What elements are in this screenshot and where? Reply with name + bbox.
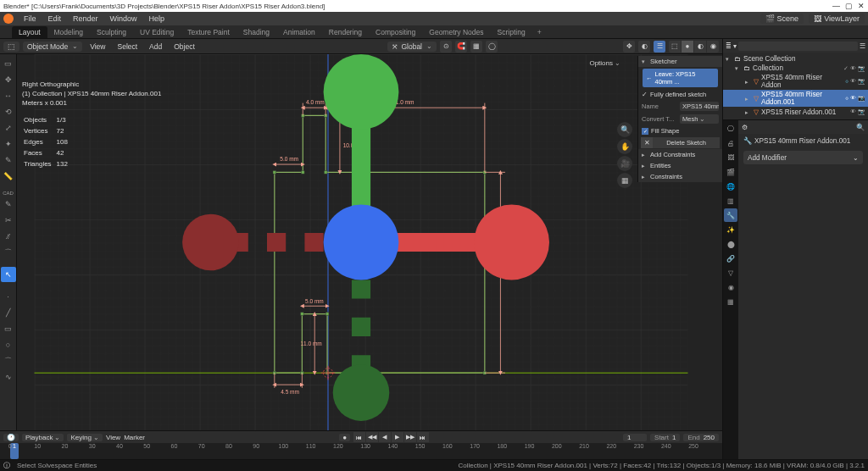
window-close-button[interactable]: ✕ bbox=[858, 2, 865, 10]
outliner-item[interactable]: ▽ XPS15 40mm Riser Addon ⟐👁📷 bbox=[723, 73, 868, 90]
prop-tab-constraints[interactable]: 🔗 bbox=[724, 252, 737, 265]
prop-tab-data[interactable]: ▽ bbox=[724, 266, 737, 280]
timeline-menu-marker[interactable]: Marker bbox=[124, 434, 145, 441]
prop-tab-texture[interactable]: ▦ bbox=[724, 295, 737, 308]
perspective-toggle[interactable]: ▦ bbox=[617, 173, 632, 188]
hold-icon[interactable]: ⟐ bbox=[845, 78, 849, 85]
current-frame-input[interactable]: 1 bbox=[623, 434, 647, 441]
properties-editor-selector[interactable]: ⚙ bbox=[742, 123, 748, 131]
pan-button[interactable]: ✋ bbox=[617, 139, 632, 154]
zoom-button[interactable]: 🔍 bbox=[617, 122, 632, 137]
render-toggle-icon[interactable]: 📷 bbox=[858, 78, 865, 85]
menu-help[interactable]: Help bbox=[144, 14, 170, 24]
prop-tab-modifiers[interactable]: 🔧 bbox=[724, 208, 737, 222]
snap-target[interactable]: ▦ bbox=[470, 41, 482, 53]
prop-tab-output[interactable]: 🖨 bbox=[724, 136, 737, 150]
workspace-tab-texture-paint[interactable]: Texture Paint bbox=[181, 26, 236, 38]
workspace-tab-sculpting[interactable]: Sculpting bbox=[90, 26, 133, 38]
editor-type-selector[interactable]: ⬚ bbox=[3, 42, 19, 52]
prop-tab-render[interactable]: 🖵 bbox=[724, 122, 737, 136]
shading-solid[interactable]: ● bbox=[682, 41, 693, 53]
outliner-scene-collection[interactable]: 🗀 Scene Collection bbox=[723, 54, 868, 64]
menu-window[interactable]: Window bbox=[105, 14, 142, 24]
timeline-menu-keying[interactable]: Keying bbox=[67, 434, 102, 441]
npanel-category[interactable]: Sketcher bbox=[650, 58, 677, 65]
transport-next-key[interactable]: ▶▶ bbox=[404, 432, 416, 442]
prop-tab-physics[interactable]: ⬤ bbox=[724, 237, 737, 251]
hide-viewport-icon[interactable]: 👁 bbox=[850, 78, 856, 85]
menu-file[interactable]: File bbox=[19, 14, 42, 24]
hide-viewport-icon[interactable]: 👁 bbox=[850, 108, 856, 115]
prop-tab-scene[interactable]: 🎬 bbox=[724, 165, 737, 179]
timeline-menu-playback[interactable]: Playback bbox=[22, 434, 64, 441]
shading-material[interactable]: ◐ bbox=[694, 41, 706, 53]
shading-rendered[interactable]: ◉ bbox=[707, 41, 719, 53]
gizmo-toggle[interactable]: ✥ bbox=[623, 41, 635, 53]
menu-render[interactable]: Render bbox=[68, 14, 103, 24]
workspace-tab-scripting[interactable]: Scripting bbox=[491, 26, 532, 38]
section-constraints[interactable]: Constraints bbox=[638, 171, 722, 182]
hide-viewport-icon[interactable]: 👁 bbox=[850, 95, 856, 102]
timeline-menu-view[interactable]: View bbox=[106, 434, 120, 441]
outliner-search-input[interactable] bbox=[738, 42, 858, 51]
prop-tab-object[interactable]: ▥ bbox=[724, 194, 737, 208]
camera-view-button[interactable]: 🎥 bbox=[617, 156, 632, 171]
delete-sketch-button[interactable]: Delete Sketch bbox=[653, 137, 720, 148]
snap-toggle[interactable]: 🧲 bbox=[455, 41, 467, 53]
add-modifier-button[interactable]: Add Modifier ⌄ bbox=[743, 151, 863, 164]
xray-toggle[interactable]: ☰ bbox=[654, 41, 665, 53]
transport-prev-key[interactable]: ◀◀ bbox=[366, 432, 378, 442]
restrict-select-icon[interactable]: ✓ bbox=[843, 65, 849, 72]
menu-edit[interactable]: Edit bbox=[43, 14, 67, 24]
autokey-toggle[interactable]: ● bbox=[339, 434, 350, 441]
outliner-filter-button[interactable]: ☰ bbox=[860, 42, 865, 50]
hide-viewport-icon[interactable]: 👁 bbox=[850, 65, 856, 72]
render-toggle-icon[interactable]: 📷 bbox=[858, 65, 865, 72]
viewport-menu-select[interactable]: Select bbox=[113, 42, 142, 52]
scene-selector[interactable]: 🎬 Scene bbox=[760, 14, 804, 24]
convert-type-select[interactable]: Mesh bbox=[680, 114, 719, 124]
transport-jump-end[interactable]: ⏭ bbox=[417, 432, 429, 442]
workspace-tab-geometry-nodes[interactable]: Geometry Nodes bbox=[422, 26, 490, 38]
timeline-ruler[interactable]: 1 01020304050607080901001101201301401501… bbox=[0, 443, 722, 459]
leave-sketch-button[interactable]: ← Leave: XPS15 40mm ... bbox=[643, 69, 718, 87]
render-toggle-icon[interactable]: 📷 bbox=[858, 108, 865, 115]
section-entities[interactable]: Entities bbox=[638, 160, 722, 171]
outliner-item[interactable]: ▽ XPS15 Riser Addon.001 👁📷 bbox=[723, 107, 868, 117]
prop-tab-material[interactable]: ◉ bbox=[724, 280, 737, 294]
end-frame-input[interactable]: End250 bbox=[683, 434, 719, 441]
workspace-tab-modeling[interactable]: Modeling bbox=[47, 26, 91, 38]
overlay-toggle[interactable]: ◐ bbox=[638, 41, 650, 53]
viewport-menu-view[interactable]: View bbox=[86, 42, 109, 52]
proportional-edit[interactable]: ◯ bbox=[486, 41, 498, 53]
transform-orientation[interactable]: ⤧ Global bbox=[387, 42, 437, 52]
transport-play-rev[interactable]: ◀ bbox=[379, 432, 391, 442]
workspace-tab-rendering[interactable]: Rendering bbox=[322, 26, 369, 38]
timeline-editor-selector[interactable]: 🕐 bbox=[3, 434, 19, 441]
viewport-menu-add[interactable]: Add bbox=[145, 42, 166, 52]
workspace-tab-compositing[interactable]: Compositing bbox=[369, 26, 422, 38]
window-minimize-button[interactable]: — bbox=[832, 2, 840, 10]
viewlayer-selector[interactable]: 🖼 ViewLayer bbox=[809, 14, 865, 24]
fill-shape-checkbox[interactable]: ✓ bbox=[642, 128, 648, 135]
shading-wireframe[interactable]: ⬚ bbox=[669, 41, 681, 53]
workspace-tab-shading[interactable]: Shading bbox=[236, 26, 276, 38]
delete-sketch-x[interactable]: ✕ bbox=[641, 137, 653, 148]
workspace-add-button[interactable]: + bbox=[532, 26, 547, 38]
outliner-editor-selector[interactable]: ≣ bbox=[726, 42, 732, 50]
mode-selector[interactable]: Object Mode bbox=[23, 42, 82, 52]
prop-tab-viewlayer[interactable]: 🖼 bbox=[724, 151, 737, 164]
workspace-tab-animation[interactable]: Animation bbox=[276, 26, 322, 38]
transport-jump-start[interactable]: ⏮ bbox=[353, 432, 365, 442]
hold-icon[interactable]: ⟐ bbox=[845, 95, 849, 102]
outliner-collection[interactable]: 🗀 Collection ✓👁📷 bbox=[723, 64, 868, 73]
window-maximize-button[interactable]: ▢ bbox=[845, 2, 853, 10]
navigation-gizmo[interactable] bbox=[0, 54, 722, 430]
render-toggle-icon[interactable]: 📷 bbox=[858, 95, 865, 102]
outliner-item-selected[interactable]: ▽ XPS15 40mm Riser Addon.001 ⟐👁📷 bbox=[723, 90, 868, 107]
outliner-display-mode[interactable]: ▾ bbox=[733, 42, 737, 50]
sketch-name-input[interactable]: XPS15 40mm ... bbox=[680, 102, 719, 111]
properties-search[interactable]: 🔍 bbox=[856, 123, 865, 131]
viewport-menu-object[interactable]: Object bbox=[170, 42, 199, 52]
start-frame-input[interactable]: Start1 bbox=[650, 434, 680, 441]
